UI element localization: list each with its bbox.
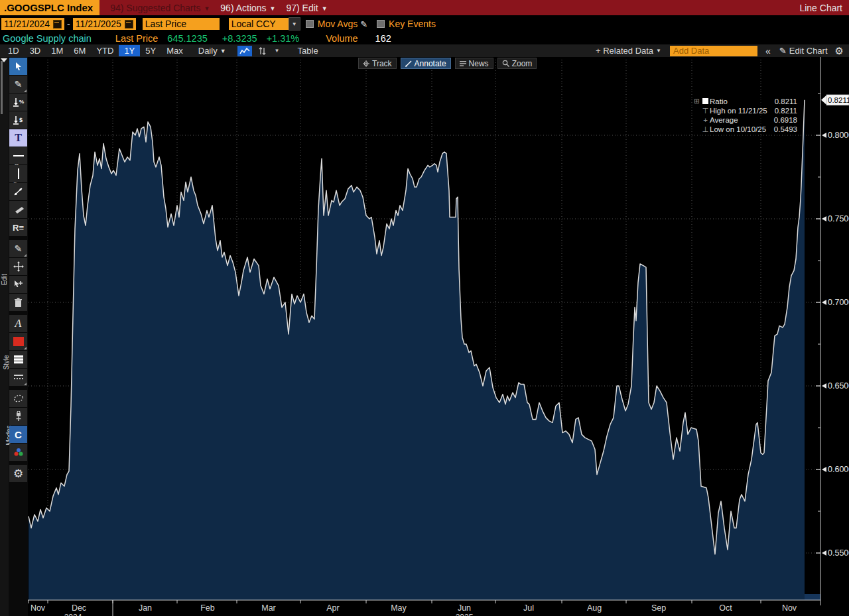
- line-style-button[interactable]: [9, 369, 27, 386]
- add-data-input[interactable]: Add Data: [670, 46, 757, 56]
- x-year-label: 2024: [64, 613, 82, 616]
- layers-icon: [13, 355, 24, 364]
- move-tool-button[interactable]: [9, 258, 27, 275]
- color-swatch-icon: [13, 337, 24, 346]
- gear-icon: ⚙: [13, 467, 23, 481]
- edit-chart-button[interactable]: ✎ Edit Chart: [775, 45, 832, 56]
- track-button[interactable]: Track: [358, 58, 397, 69]
- date-to-field[interactable]: 11/21/2025: [73, 18, 136, 30]
- currency-selector[interactable]: Local CCY: [229, 18, 289, 30]
- collapse-panel-button[interactable]: «: [761, 46, 775, 56]
- range-button-1m[interactable]: 1M: [46, 45, 68, 56]
- annotation-settings-button[interactable]: ⚙: [9, 465, 27, 482]
- trend-line-tool-button[interactable]: [9, 183, 27, 200]
- annotate-button[interactable]: Annotate: [401, 58, 451, 69]
- range-button-1y[interactable]: 1Y: [119, 45, 140, 56]
- calendar-icon[interactable]: [53, 20, 62, 29]
- y-tick-arrow-icon: [822, 550, 826, 556]
- continuous-draw-mode-button[interactable]: C: [9, 426, 27, 443]
- chart-type-dropdown[interactable]: ▼: [272, 46, 283, 56]
- news-button[interactable]: News: [455, 58, 493, 69]
- calendar-icon[interactable]: [125, 20, 133, 29]
- crosshair-icon: [363, 60, 369, 67]
- sidebar-tools: ✎ % $ T: [9, 58, 28, 483]
- legend-row[interactable]: ⊥Low on 10/10/250.5493: [694, 125, 797, 134]
- x-month-label: Apr: [326, 603, 339, 613]
- expand-icon[interactable]: ⊞: [694, 97, 701, 106]
- svg-text:$: $: [19, 117, 23, 123]
- mov-avgs-checkbox[interactable]: [306, 20, 314, 28]
- color-swatch-button[interactable]: [9, 333, 27, 350]
- range-button-max[interactable]: Max: [161, 45, 188, 56]
- chart-pane[interactable]: 0.80000.75000.70000.65000.60000.5500NovD…: [28, 57, 849, 616]
- range-button-5y[interactable]: 5Y: [140, 45, 161, 56]
- range-buttons: 1D3D1M6MYTD1Y5YMax: [3, 45, 188, 56]
- legend-row[interactable]: +Average0.6918: [694, 115, 797, 125]
- legend-value: 0.5493: [774, 125, 797, 134]
- color-mode-button[interactable]: [9, 444, 27, 461]
- continuous-icon: C: [15, 429, 22, 440]
- text-tool-button[interactable]: T: [9, 129, 27, 147]
- key-events-checkbox[interactable]: [377, 20, 385, 28]
- ticker-box[interactable]: .GOOGSPLC Index: [0, 0, 99, 15]
- x-month-label: Aug: [587, 603, 602, 613]
- text-icon: T: [15, 132, 22, 144]
- sidebar-scrollbar[interactable]: [1, 61, 3, 114]
- x-month-label: Mar: [261, 603, 276, 613]
- cursor-plus-icon: [13, 280, 23, 289]
- chart-mode-buttons: Track Annotate News Zoom: [358, 58, 537, 69]
- field-selector[interactable]: Last Price: [143, 18, 220, 30]
- vertical-line-tool-button[interactable]: [9, 165, 27, 182]
- change-percent: +1.31%: [267, 33, 300, 44]
- annotation-sidebar: ✎ Favorites Edit Style Modes ✎ %: [0, 57, 28, 616]
- percent-range-tool-button[interactable]: %: [9, 93, 27, 111]
- lasso-mode-button[interactable]: [9, 390, 27, 407]
- date-from-field[interactable]: 11/21/2024: [1, 18, 64, 30]
- edit-annotation-button[interactable]: ✎: [9, 240, 27, 257]
- range-button-1d[interactable]: 1D: [3, 45, 25, 56]
- related-data-button[interactable]: + Related Data ▼: [591, 45, 666, 56]
- layer-order-button[interactable]: [9, 351, 27, 368]
- rgb-dots-icon: [13, 448, 24, 457]
- range-button-6m[interactable]: 6M: [68, 45, 91, 56]
- draw-line-tool-button[interactable]: ✎: [9, 76, 27, 93]
- price-range-tool-button[interactable]: $: [9, 111, 27, 129]
- legend-row[interactable]: ⊤High on 11/21/250.8211: [694, 106, 797, 115]
- chart-legend[interactable]: ⊞Ratio0.8211⊤High on 11/21/250.8211+Aver…: [694, 97, 797, 134]
- font-style-button[interactable]: A: [9, 315, 27, 332]
- y-tick-label: 0.7500: [828, 214, 849, 223]
- regression-tool-button[interactable]: R≡: [9, 219, 27, 236]
- menu-actions[interactable]: 96) Actions ▼: [220, 3, 275, 13]
- anchor-mode-button[interactable]: [9, 408, 27, 425]
- horizontal-line-tool-button[interactable]: [9, 147, 27, 164]
- chart-toolbar: 1D3D1M6MYTD1Y5YMax Daily ▼ ▼ Table + Rel…: [0, 44, 849, 57]
- chart-settings-gear-button[interactable]: ⚙: [832, 45, 849, 57]
- cursor-tool-button[interactable]: [9, 58, 27, 75]
- zoom-button[interactable]: Zoom: [497, 58, 537, 69]
- chevron-down-icon: ▼: [322, 5, 328, 12]
- channel-tool-button[interactable]: [9, 201, 27, 218]
- sort-arrows-icon: [258, 47, 266, 55]
- range-button-3d[interactable]: 3D: [25, 45, 46, 56]
- menu-suggested-charts[interactable]: 94) Suggested Charts ▼: [110, 3, 210, 13]
- legend-value: 0.8211: [775, 97, 797, 106]
- y-tick-arrow-icon: [822, 216, 826, 221]
- menu-edit[interactable]: 97) Edit ▼: [287, 3, 328, 13]
- trend-line-icon: [13, 186, 24, 197]
- period-selector[interactable]: Daily ▼: [194, 45, 231, 56]
- delete-annotation-button[interactable]: [9, 294, 27, 311]
- line-chart-type-button[interactable]: [237, 46, 252, 56]
- table-button[interactable]: Table: [293, 45, 323, 56]
- x-month-label: Nov: [782, 603, 797, 613]
- currency-dropdown-button[interactable]: ▼: [289, 17, 300, 31]
- pencil-icon[interactable]: ✎: [360, 19, 367, 29]
- legend-row[interactable]: ⊞Ratio0.8211: [694, 97, 797, 106]
- mov-avgs-toggle[interactable]: Mov Avgs ✎: [306, 19, 367, 29]
- select-add-tool-button[interactable]: [9, 276, 27, 293]
- compare-axes-button[interactable]: [255, 46, 269, 56]
- range-button-ytd[interactable]: YTD: [91, 45, 119, 56]
- y-tick-label: 0.8000: [828, 131, 849, 140]
- key-events-toggle[interactable]: Key Events: [377, 19, 436, 29]
- last-price-label: Last Price: [115, 33, 158, 44]
- y-tick-arrow-icon: [822, 383, 826, 389]
